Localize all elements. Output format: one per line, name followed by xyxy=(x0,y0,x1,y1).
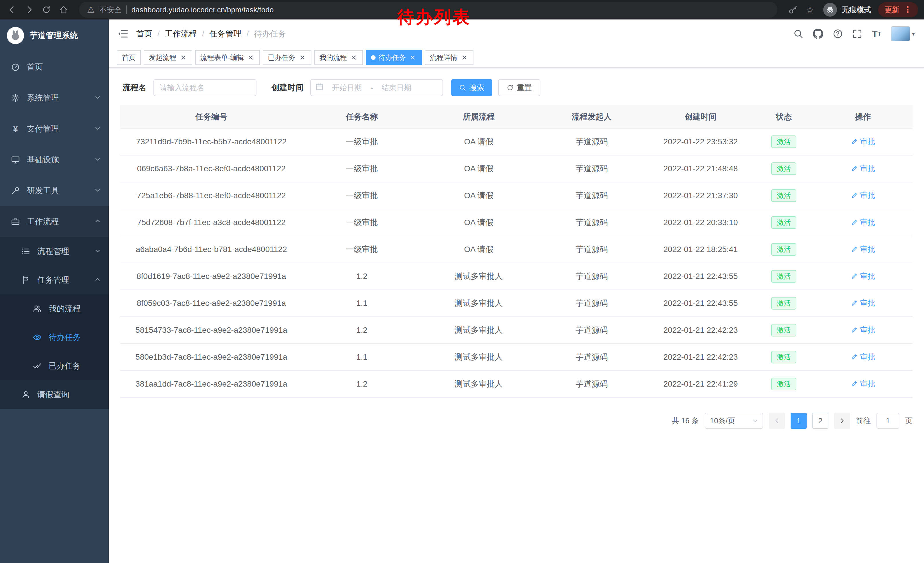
security-label: 不安全 xyxy=(99,5,122,15)
close-icon[interactable] xyxy=(460,54,468,62)
sidebar-item-process-mgmt[interactable]: 流程管理 xyxy=(0,237,109,266)
chevron-down-icon xyxy=(752,418,758,423)
tab-home[interactable]: 首页 xyxy=(117,50,141,65)
cell-task-id: 8f059c03-7ac8-11ec-a9e2-a2380e71991a xyxy=(120,290,303,317)
fullscreen-icon[interactable] xyxy=(852,29,862,39)
task-mgmt-submenu: 我的流程 待办任务 已办任务 xyxy=(0,294,109,380)
prev-page-button[interactable] xyxy=(769,413,785,429)
cell-process: OA 请假 xyxy=(422,209,536,236)
help-icon[interactable] xyxy=(833,29,843,39)
bookmark-star-icon[interactable]: ☆ xyxy=(804,3,816,16)
date-range-picker[interactable]: - xyxy=(310,79,443,96)
close-icon[interactable] xyxy=(350,54,358,62)
next-page-button[interactable] xyxy=(834,413,850,429)
tab-todo-tasks[interactable]: 待办任务 xyxy=(366,50,422,65)
approve-button[interactable]: 审批 xyxy=(851,217,875,227)
sidebar-item-my-process[interactable]: 我的流程 xyxy=(0,294,109,323)
tab-start-process[interactable]: 发起流程 xyxy=(144,50,192,65)
eye-icon xyxy=(32,333,42,342)
approve-button[interactable]: 审批 xyxy=(851,352,875,362)
start-date-input[interactable] xyxy=(326,83,368,93)
user-avatar-menu[interactable]: ▾ xyxy=(891,26,915,41)
sidebar-item-workflow[interactable]: 工作流程 xyxy=(0,206,109,237)
cell-task-id: 75d72608-7b7f-11ec-a3c8-acde48001122 xyxy=(120,209,303,236)
breadcrumb-current: 待办任务 xyxy=(254,29,286,39)
close-icon[interactable] xyxy=(409,54,417,62)
table-row: 725a1eb6-7b88-11ec-8ef0-acde48001122 一级审… xyxy=(120,182,912,209)
cell-created: 2022-01-21 22:42:23 xyxy=(647,344,754,371)
sidebar: 芋道管理系统 首页 系统管理 ¥ 支付管理 xyxy=(0,20,109,563)
forward-icon[interactable] xyxy=(23,3,36,16)
sidebar-item-system[interactable]: 系统管理 xyxy=(0,83,109,113)
dashboard-icon xyxy=(10,63,21,71)
status-badge: 激活 xyxy=(771,270,796,283)
sidebar-item-leave-query[interactable]: 请假查询 xyxy=(0,380,109,409)
sidebar-item-task-mgmt[interactable]: 任务管理 xyxy=(0,266,109,294)
back-icon[interactable] xyxy=(6,3,18,16)
process-name-input[interactable] xyxy=(153,79,256,96)
list-icon xyxy=(21,247,31,256)
refresh-icon[interactable] xyxy=(40,3,52,16)
address-bar[interactable]: ⚠ 不安全 dashboard.yudao.iocoder.cn/bpm/tas… xyxy=(79,2,777,18)
approve-button[interactable]: 审批 xyxy=(851,325,875,335)
sidebar-item-payment[interactable]: ¥ 支付管理 xyxy=(0,113,109,144)
github-icon[interactable] xyxy=(813,29,823,39)
approve-button[interactable]: 审批 xyxy=(851,191,875,200)
approve-button[interactable]: 审批 xyxy=(851,164,875,174)
approve-button[interactable]: 审批 xyxy=(851,137,875,147)
cell-process: 测试多审批人 xyxy=(422,263,536,290)
not-secure-icon: ⚠ xyxy=(87,6,95,14)
page-size-select[interactable]: 10条/页 xyxy=(705,413,763,429)
refresh-icon xyxy=(507,84,513,91)
close-icon[interactable] xyxy=(247,54,255,62)
cell-task-id: a6aba0a4-7b6d-11ec-b781-acde48001122 xyxy=(120,236,303,263)
cell-initiator: 芋道源码 xyxy=(536,290,647,317)
sidebar-item-dev-tools[interactable]: 研发工具 xyxy=(0,175,109,206)
sidebar-item-infrastructure[interactable]: 基础设施 xyxy=(0,144,109,175)
approve-button[interactable]: 审批 xyxy=(851,271,875,281)
table-row: 73211d9d-7b9b-11ec-b5b7-acde48001122 一级审… xyxy=(120,128,912,155)
cell-task-name: 1.2 xyxy=(303,263,422,290)
goto-page-input[interactable] xyxy=(876,413,899,429)
tab-my-process[interactable]: 我的流程 xyxy=(314,50,363,65)
people-icon xyxy=(32,305,42,313)
approve-button[interactable]: 审批 xyxy=(851,298,875,308)
search-button[interactable]: 搜索 xyxy=(451,79,492,96)
cell-created: 2022-01-22 18:25:41 xyxy=(647,236,754,263)
sidebar-item-todo-tasks[interactable]: 待办任务 xyxy=(0,323,109,352)
breadcrumb-workflow[interactable]: 工作流程 xyxy=(165,29,197,39)
cell-created: 2022-01-22 23:53:32 xyxy=(647,128,754,155)
home-icon[interactable] xyxy=(57,3,70,16)
cell-created: 2022-01-21 22:41:29 xyxy=(647,371,754,398)
font-size-icon[interactable]: TT xyxy=(872,29,881,39)
sidebar-item-home[interactable]: 首页 xyxy=(0,51,109,83)
cell-task-name: 1.2 xyxy=(303,317,422,344)
approve-button[interactable]: 审批 xyxy=(851,379,875,389)
briefcase-icon xyxy=(10,217,21,226)
end-date-input[interactable] xyxy=(375,83,418,93)
calendar-icon xyxy=(315,83,324,93)
close-icon[interactable] xyxy=(298,54,306,62)
key-icon[interactable] xyxy=(787,3,799,16)
col-actions: 操作 xyxy=(813,105,912,128)
tab-process-detail[interactable]: 流程详情 xyxy=(425,50,474,65)
sidebar-item-done-tasks[interactable]: 已办任务 xyxy=(0,352,109,380)
sidebar-fold-icon[interactable] xyxy=(118,29,128,39)
search-icon[interactable] xyxy=(794,29,803,39)
page-button-1[interactable]: 1 xyxy=(790,413,807,429)
approve-button[interactable]: 审批 xyxy=(851,244,875,254)
menu-dots-icon[interactable]: ⋮ xyxy=(903,6,912,14)
reset-button[interactable]: 重置 xyxy=(498,79,540,96)
sidebar-item-label: 研发工具 xyxy=(27,185,88,196)
close-icon[interactable] xyxy=(179,54,187,62)
breadcrumb-home[interactable]: 首页 xyxy=(136,29,152,39)
person-icon xyxy=(21,390,31,399)
tab-form-edit[interactable]: 流程表单-编辑 xyxy=(195,50,260,65)
cell-initiator: 芋道源码 xyxy=(536,182,647,209)
table-row: 75d72608-7b7f-11ec-a3c8-acde48001122 一级审… xyxy=(120,209,912,236)
cell-initiator: 芋道源码 xyxy=(536,344,647,371)
tab-done-tasks[interactable]: 已办任务 xyxy=(263,50,311,65)
update-button[interactable]: 更新 ⋮ xyxy=(878,2,918,17)
breadcrumb-task-mgmt[interactable]: 任务管理 xyxy=(210,29,242,39)
page-button-2[interactable]: 2 xyxy=(812,413,828,429)
